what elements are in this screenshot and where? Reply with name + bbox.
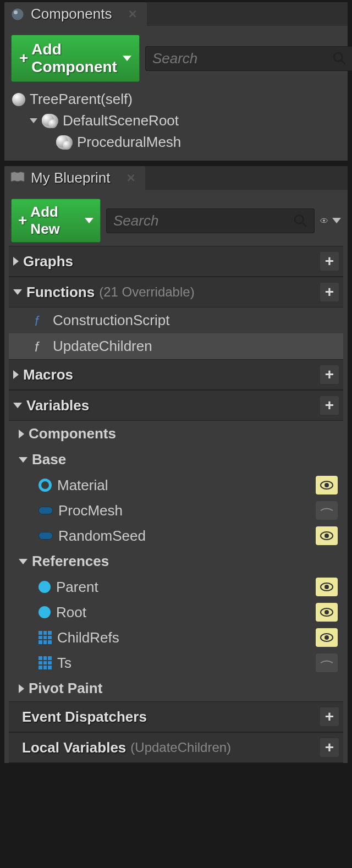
chevron-down-icon: [332, 218, 341, 223]
expand-icon[interactable]: [19, 430, 24, 438]
var-material[interactable]: Material: [9, 473, 343, 498]
mesh-icon: [56, 135, 73, 150]
function-icon: f: [33, 314, 47, 328]
svg-point-17: [324, 610, 329, 614]
svg-line-5: [302, 222, 306, 227]
book-icon: [10, 171, 25, 186]
expand-icon[interactable]: [30, 118, 37, 123]
add-function-button[interactable]: +: [320, 283, 339, 301]
add-variable-button[interactable]: +: [320, 396, 339, 415]
var-label: Material: [57, 477, 108, 494]
category-pivotpaint[interactable]: Pivot Paint: [9, 675, 343, 701]
macros-label: Macros: [23, 366, 73, 383]
blueprint-body: + Add New Graphs + Functions (21 Overrid…: [4, 190, 348, 763]
expand-icon[interactable]: [19, 684, 24, 693]
section-local-variables[interactable]: Local Variables (UpdateChildren) +: [9, 732, 343, 763]
var-ts[interactable]: Ts: [9, 650, 343, 675]
collapse-icon[interactable]: [19, 559, 28, 564]
blueprint-tab-title: My Blueprint: [31, 169, 111, 186]
visibility-toggle[interactable]: [316, 628, 338, 647]
section-macros[interactable]: Macros +: [9, 359, 343, 390]
object-ref-icon: [38, 581, 51, 593]
object-ref-icon: [38, 606, 51, 618]
close-icon[interactable]: ×: [128, 6, 136, 23]
svg-point-1: [14, 10, 18, 14]
section-functions[interactable]: Functions (21 Overridable) +: [9, 277, 343, 307]
visibility-toggle[interactable]: [316, 526, 338, 545]
visibility-toggle[interactable]: [316, 501, 338, 520]
array-icon: [38, 631, 52, 644]
local-vars-label: Local Variables: [22, 739, 126, 756]
components-tab[interactable]: Components ×: [4, 2, 147, 26]
components-panel: Components × + Add Component TreeParent(…: [4, 2, 348, 161]
tree-self-label: TreeParent(self): [30, 91, 133, 108]
actor-icon: [12, 93, 25, 106]
add-dispatcher-button[interactable]: +: [320, 707, 339, 726]
collapse-icon[interactable]: [13, 289, 22, 295]
plus-icon: +: [19, 50, 28, 67]
add-graph-button[interactable]: +: [320, 252, 339, 271]
add-component-button[interactable]: + Add Component: [11, 35, 140, 82]
var-procmesh[interactable]: ProcMesh: [9, 498, 343, 523]
add-new-label: Add New: [30, 204, 79, 238]
add-macro-button[interactable]: +: [320, 365, 339, 384]
section-event-dispatchers[interactable]: Event Dispatchers +: [9, 701, 343, 732]
tree-row-self[interactable]: TreeParent(self): [9, 89, 343, 110]
visibility-toggle[interactable]: [316, 578, 338, 596]
tree-row-sceneroot[interactable]: DefaultSceneRoot: [9, 110, 343, 131]
eye-icon: [320, 215, 328, 226]
svg-point-2: [334, 53, 342, 61]
svg-point-13: [324, 534, 329, 538]
category-base[interactable]: Base: [9, 447, 343, 473]
visibility-toggle[interactable]: [316, 476, 338, 495]
svg-point-0: [12, 8, 24, 20]
svg-point-15: [324, 585, 329, 589]
components-body: + Add Component TreeParent(self) Default…: [4, 26, 348, 161]
scene-icon: [42, 114, 58, 128]
function-icon: f: [33, 339, 47, 354]
chevron-down-icon: [123, 56, 131, 61]
puzzle-icon: [10, 7, 25, 22]
category-components[interactable]: Components: [9, 421, 343, 447]
event-dispatchers-label: Event Dispatchers: [22, 708, 147, 726]
var-label: ChildRefs: [57, 629, 119, 646]
var-label: Root: [56, 604, 86, 621]
object-icon: [38, 532, 53, 540]
function-constructionscript[interactable]: f ConstructionScript: [9, 307, 343, 333]
svg-point-19: [324, 635, 329, 640]
tree-row-procmesh[interactable]: ProceduralMesh: [9, 131, 343, 153]
close-icon[interactable]: ×: [127, 169, 135, 186]
components-search[interactable]: [145, 46, 352, 71]
blueprint-panel: My Blueprint × + Add New Graphs +: [4, 166, 348, 763]
blueprint-search[interactable]: [106, 208, 315, 233]
components-tab-title: Components: [31, 6, 112, 23]
visibility-toggle[interactable]: [316, 653, 338, 672]
visibility-toggle[interactable]: [316, 603, 338, 622]
blueprint-search-input[interactable]: [113, 212, 293, 229]
var-parent[interactable]: Parent: [9, 574, 343, 600]
blueprint-tab-header: My Blueprint ×: [4, 166, 348, 190]
section-variables[interactable]: Variables +: [9, 390, 343, 421]
graphs-label: Graphs: [23, 253, 73, 270]
components-search-input[interactable]: [152, 50, 332, 67]
var-childrefs[interactable]: ChildRefs: [9, 625, 343, 650]
array-icon: [38, 656, 52, 669]
plus-icon: +: [18, 212, 27, 229]
section-graphs[interactable]: Graphs +: [9, 246, 343, 277]
expand-icon[interactable]: [13, 257, 19, 266]
add-new-button[interactable]: + Add New: [11, 199, 101, 243]
var-root[interactable]: Root: [9, 600, 343, 625]
add-local-var-button[interactable]: +: [320, 738, 339, 757]
function-label: UpdateChildren: [53, 338, 152, 355]
svg-point-4: [295, 215, 303, 223]
function-label: ConstructionScript: [53, 312, 169, 329]
collapse-icon[interactable]: [19, 457, 28, 463]
view-options-button[interactable]: [320, 213, 341, 228]
collapse-icon[interactable]: [13, 403, 22, 408]
expand-icon[interactable]: [13, 370, 19, 379]
object-icon: [38, 507, 53, 514]
category-references[interactable]: References: [9, 548, 343, 574]
function-updatechildren[interactable]: f UpdateChildren: [9, 333, 343, 359]
blueprint-tab[interactable]: My Blueprint ×: [4, 166, 145, 190]
var-randomseed[interactable]: RandomSeed: [9, 523, 343, 548]
